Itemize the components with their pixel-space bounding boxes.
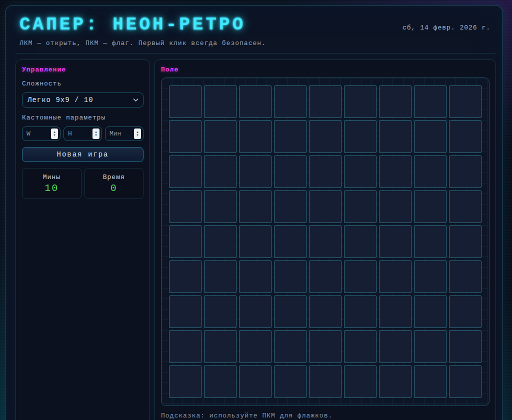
grid-cell[interactable] — [309, 226, 342, 258]
grid-cell[interactable] — [239, 260, 272, 293]
custom-params-row: ▲▼ ▲▼ ▲▼ — [22, 126, 144, 141]
grid-cell[interactable] — [449, 260, 482, 293]
grid-cell[interactable] — [414, 330, 446, 363]
grid-cell[interactable] — [169, 226, 202, 258]
grid-cell[interactable] — [169, 366, 202, 398]
spinner-up-down-icon[interactable]: ▲▼ — [51, 128, 58, 139]
grid-cell[interactable] — [379, 120, 412, 153]
spinner-up-down-icon[interactable]: ▲▼ — [134, 128, 141, 139]
grid-cell[interactable] — [379, 226, 412, 258]
grid-cell[interactable] — [344, 156, 376, 188]
grid-cell[interactable] — [449, 226, 482, 258]
grid-cell[interactable] — [379, 260, 412, 293]
width-field-wrap: ▲▼ — [22, 126, 60, 141]
grid-cell[interactable] — [379, 86, 412, 118]
grid-cell[interactable] — [414, 120, 446, 153]
app-header: САПЕР: НЕОН-РЕТРО сб, 14 февр. 2026 г. Л… — [16, 14, 496, 54]
grid-cell[interactable] — [414, 296, 446, 328]
control-panel: Управление Сложность Легко 9x9 / 10 Каст… — [16, 60, 150, 420]
grid-cell[interactable] — [204, 330, 236, 363]
grid-cell[interactable] — [344, 296, 376, 328]
grid-cell[interactable] — [449, 366, 482, 398]
grid-cell[interactable] — [309, 156, 342, 188]
grid-cell[interactable] — [379, 296, 412, 328]
grid-cell[interactable] — [309, 296, 342, 328]
grid-cell[interactable] — [309, 366, 342, 398]
grid-cell[interactable] — [204, 226, 236, 258]
hint-text: Подсказка: используйте ПКМ для флажков. — [161, 412, 490, 420]
grid-cell[interactable] — [204, 156, 236, 188]
grid-cell[interactable] — [449, 120, 482, 153]
mines-field[interactable] — [110, 130, 134, 138]
grid-cell[interactable] — [344, 330, 376, 363]
grid-cell[interactable] — [274, 366, 306, 398]
grid-cell[interactable] — [379, 190, 412, 223]
grid-cell[interactable] — [414, 190, 446, 223]
grid-cell[interactable] — [169, 120, 202, 153]
grid-cell[interactable] — [274, 86, 306, 118]
grid-cell[interactable] — [309, 86, 342, 118]
grid-cell[interactable] — [414, 260, 446, 293]
new-game-button[interactable]: Новая игра — [22, 147, 144, 162]
grid-cell[interactable] — [274, 120, 306, 153]
grid-cell[interactable] — [414, 226, 446, 258]
grid-cell[interactable] — [239, 226, 272, 258]
grid-cell[interactable] — [449, 330, 482, 363]
grid-cell[interactable] — [169, 156, 202, 188]
grid-cell[interactable] — [344, 366, 376, 398]
grid-cell[interactable] — [449, 86, 482, 118]
grid-cell[interactable] — [239, 330, 272, 363]
grid-cell[interactable] — [309, 330, 342, 363]
grid-cell[interactable] — [309, 260, 342, 293]
grid-cell[interactable] — [449, 190, 482, 223]
control-panel-heading: Управление — [22, 66, 144, 74]
grid-cell[interactable] — [344, 260, 376, 293]
grid-cell[interactable] — [169, 296, 202, 328]
grid-cell[interactable] — [204, 366, 236, 398]
grid-cell[interactable] — [379, 330, 412, 363]
grid-cell[interactable] — [204, 296, 236, 328]
grid-cell[interactable] — [414, 156, 446, 188]
grid-cell[interactable] — [274, 226, 306, 258]
height-field[interactable] — [68, 130, 92, 138]
grid-cell[interactable] — [239, 296, 272, 328]
grid-cell[interactable] — [204, 120, 236, 153]
grid-cell[interactable] — [449, 156, 482, 188]
grid-cell[interactable] — [204, 190, 236, 223]
grid-cell[interactable] — [204, 260, 236, 293]
grid-cell[interactable] — [239, 86, 272, 118]
grid-cell[interactable] — [169, 330, 202, 363]
spinner-up-down-icon[interactable]: ▲▼ — [92, 128, 100, 139]
grid-cell[interactable] — [274, 156, 306, 188]
grid-cell[interactable] — [274, 330, 306, 363]
grid-cell[interactable] — [274, 260, 306, 293]
grid-cell[interactable] — [239, 190, 272, 223]
page-title: САПЕР: НЕОН-РЕТРО — [20, 14, 246, 35]
app-window: САПЕР: НЕОН-РЕТРО сб, 14 февр. 2026 г. Л… — [5, 5, 503, 420]
grid-cell[interactable] — [344, 120, 376, 153]
grid-cell[interactable] — [274, 296, 306, 328]
time-counter: Время 0 — [84, 168, 144, 199]
grid-cell[interactable] — [344, 86, 376, 118]
grid-cell[interactable] — [169, 190, 202, 223]
grid-cell[interactable] — [204, 86, 236, 118]
grid-cell[interactable] — [379, 366, 412, 398]
grid-cell[interactable] — [309, 190, 342, 223]
grid-cell[interactable] — [309, 120, 342, 153]
grid-cell[interactable] — [169, 86, 202, 118]
width-field[interactable] — [26, 130, 51, 138]
grid-cell[interactable] — [169, 260, 202, 293]
grid-cell[interactable] — [414, 86, 446, 118]
grid-cell[interactable] — [379, 156, 412, 188]
difficulty-select[interactable]: Легко 9x9 / 10 — [22, 93, 143, 107]
grid-cell[interactable] — [344, 190, 376, 223]
minefield-grid — [161, 78, 490, 406]
grid-cell[interactable] — [239, 366, 272, 398]
grid-cell[interactable] — [274, 190, 306, 223]
grid-cell[interactable] — [449, 296, 482, 328]
grid-cell[interactable] — [414, 366, 446, 398]
mines-counter-value: 10 — [22, 182, 81, 194]
grid-cell[interactable] — [344, 226, 376, 258]
grid-cell[interactable] — [239, 156, 272, 188]
grid-cell[interactable] — [239, 120, 272, 153]
